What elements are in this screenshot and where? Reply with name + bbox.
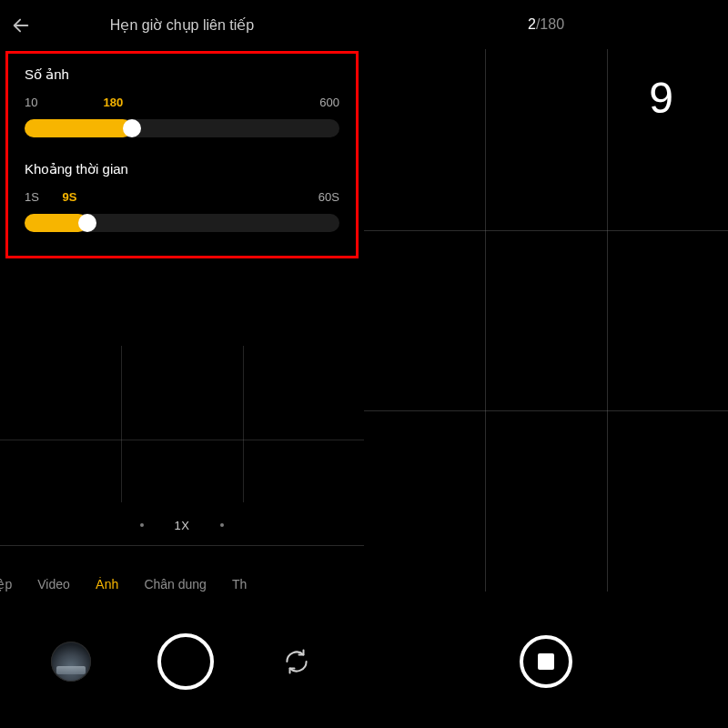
count-slider[interactable] bbox=[25, 119, 339, 137]
mode-strip[interactable]: nghiệp Video Ảnh Chân dung Th bbox=[0, 577, 364, 592]
shutter-bar bbox=[0, 621, 364, 703]
zoom-selector[interactable]: 1X bbox=[0, 513, 364, 537]
grid-line bbox=[121, 346, 122, 502]
progress-total: 180 bbox=[540, 16, 564, 32]
mode-video[interactable]: Video bbox=[37, 577, 70, 592]
interval-scale: 1S 9S 60S bbox=[25, 190, 339, 205]
interval-max: 60S bbox=[318, 190, 339, 204]
divider bbox=[0, 545, 364, 546]
arrow-left-icon bbox=[11, 15, 31, 35]
mode-pro[interactable]: nghiệp bbox=[0, 577, 12, 592]
interval-slider-knob[interactable] bbox=[78, 214, 96, 232]
count-value: 180 bbox=[104, 96, 124, 109]
shutter-button[interactable] bbox=[157, 633, 214, 690]
settings-screen: Hẹn giờ chụp liên tiếp Số ảnh 10 180 600… bbox=[0, 0, 364, 728]
zoom-tele-dot-icon[interactable] bbox=[220, 523, 224, 527]
progress-current: 2 bbox=[528, 16, 536, 32]
zoom-value[interactable]: 1X bbox=[175, 519, 190, 532]
interval-label: Khoảng thời gian bbox=[25, 161, 339, 177]
count-scale: 10 180 600 bbox=[25, 96, 339, 110]
interval-slider[interactable] bbox=[25, 214, 339, 232]
back-button[interactable] bbox=[11, 15, 40, 35]
grid-line bbox=[243, 346, 244, 502]
capture-screen: 2/180 9 bbox=[364, 0, 728, 728]
count-max: 600 bbox=[319, 96, 339, 109]
grid-line bbox=[607, 49, 608, 592]
viewfinder-grid bbox=[364, 49, 728, 592]
count-slider-knob[interactable] bbox=[123, 119, 141, 137]
count-slider-fill bbox=[25, 119, 132, 137]
interval-min: 1S bbox=[25, 190, 39, 204]
page-title: Hẹn giờ chụp liên tiếp bbox=[40, 16, 353, 35]
mode-photo[interactable]: Ảnh bbox=[96, 577, 119, 592]
mode-portrait[interactable]: Chân dung bbox=[144, 577, 207, 592]
gallery-thumbnail[interactable] bbox=[51, 642, 91, 682]
grid-line bbox=[364, 410, 728, 411]
header: Hẹn giờ chụp liên tiếp bbox=[0, 0, 364, 51]
switch-camera-button[interactable] bbox=[280, 645, 313, 678]
stop-icon bbox=[538, 653, 554, 670]
count-min: 10 bbox=[25, 96, 37, 109]
interval-countdown: 9 bbox=[649, 73, 673, 123]
interval-setting: Khoảng thời gian 1S 9S 60S bbox=[25, 161, 339, 232]
switch-camera-icon bbox=[283, 648, 310, 675]
viewfinder-grid bbox=[0, 346, 364, 502]
mode-more[interactable]: Th bbox=[232, 577, 247, 592]
count-label: Số ảnh bbox=[25, 66, 339, 83]
count-setting: Số ảnh 10 180 600 bbox=[25, 66, 339, 137]
grid-line bbox=[485, 49, 486, 592]
stop-button[interactable] bbox=[520, 635, 572, 688]
settings-highlight: Số ảnh 10 180 600 Khoảng thời gian 1S 9S… bbox=[5, 51, 359, 258]
interval-value: 9S bbox=[63, 190, 77, 204]
zoom-wide-dot-icon[interactable] bbox=[140, 523, 144, 527]
grid-line bbox=[364, 230, 728, 231]
progress-counter: 2/180 bbox=[364, 16, 728, 33]
grid-line bbox=[0, 440, 364, 440]
shutter-bar bbox=[364, 621, 728, 703]
